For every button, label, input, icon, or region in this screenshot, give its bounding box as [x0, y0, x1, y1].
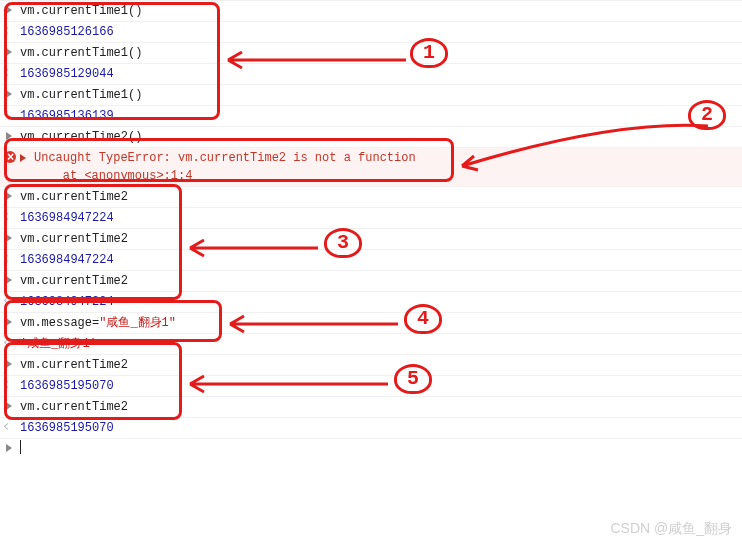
console-input-row: vm.currentTime2: [0, 354, 742, 375]
console-input-code: vm.currentTime2: [20, 398, 128, 416]
console-output-value: 1636985126166: [20, 23, 114, 41]
console-input-row: vm.currentTime2: [0, 270, 742, 291]
console-input-code: vm.currentTime1(): [20, 44, 142, 62]
console-input-code: vm.currentTime1(): [20, 86, 142, 104]
console-input-code: vm.currentTime2: [20, 188, 128, 206]
console-output-value: 1636984947224: [20, 293, 114, 311]
console-output-row: 1636985126166: [0, 21, 742, 42]
console-error-row: Uncaught TypeError: vm.currentTime2 is n…: [0, 147, 742, 186]
watermark: CSDN @咸鱼_翻身: [610, 520, 732, 538]
console-input-row: vm.currentTime2: [0, 396, 742, 417]
console-output-row: 1636984947224: [0, 207, 742, 228]
error-expand-icon[interactable]: [20, 154, 26, 162]
console-error-text: Uncaught TypeError: vm.currentTime2 is n…: [34, 149, 416, 185]
console-output-value: 1636984947224: [20, 209, 114, 227]
console-input-row: vm.currentTime2: [0, 228, 742, 249]
assign-value: "咸鱼_翻身1": [99, 314, 176, 332]
console-input-code: vm.currentTime2(): [20, 128, 142, 146]
console-input-code: vm.currentTime2: [20, 356, 128, 374]
console-output-row: '咸鱼_翻身1': [0, 333, 742, 354]
console-input-code: vm.currentTime2: [20, 272, 128, 290]
console-output-value: 1636985129044: [20, 65, 114, 83]
console-output-value: '咸鱼_翻身1': [20, 335, 97, 353]
console-output-row: 1636984947224: [0, 291, 742, 312]
console-output-value: 1636984947224: [20, 251, 114, 269]
console-prompt-input[interactable]: [21, 440, 521, 458]
console-input-code: vm.currentTime2: [20, 230, 128, 248]
console-input-row: vm.currentTime1(): [0, 0, 742, 21]
console-input-row: vm.message="咸鱼_翻身1": [0, 312, 742, 333]
console-input-row: vm.currentTime1(): [0, 42, 742, 63]
console-output-value: 1636985195070: [20, 419, 114, 437]
console-output-row: 1636985195070: [0, 417, 742, 438]
console-prompt-row[interactable]: [0, 438, 742, 459]
assign-target: vm.message=: [20, 314, 99, 332]
console-input-row: vm.currentTime1(): [0, 84, 742, 105]
console-output-row: 1636985129044: [0, 63, 742, 84]
console-input-row: vm.currentTime2(): [0, 126, 742, 147]
console-input-row: vm.currentTime2: [0, 186, 742, 207]
console-output-row: 1636984947224: [0, 249, 742, 270]
devtools-console: vm.currentTime1()1636985126166vm.current…: [0, 0, 742, 459]
console-output-value: 1636985195070: [20, 377, 114, 395]
console-input-code: vm.currentTime1(): [20, 2, 142, 20]
console-output-row: 1636985136139: [0, 105, 742, 126]
console-output-row: 1636985195070: [0, 375, 742, 396]
console-output-value: 1636985136139: [20, 107, 114, 125]
